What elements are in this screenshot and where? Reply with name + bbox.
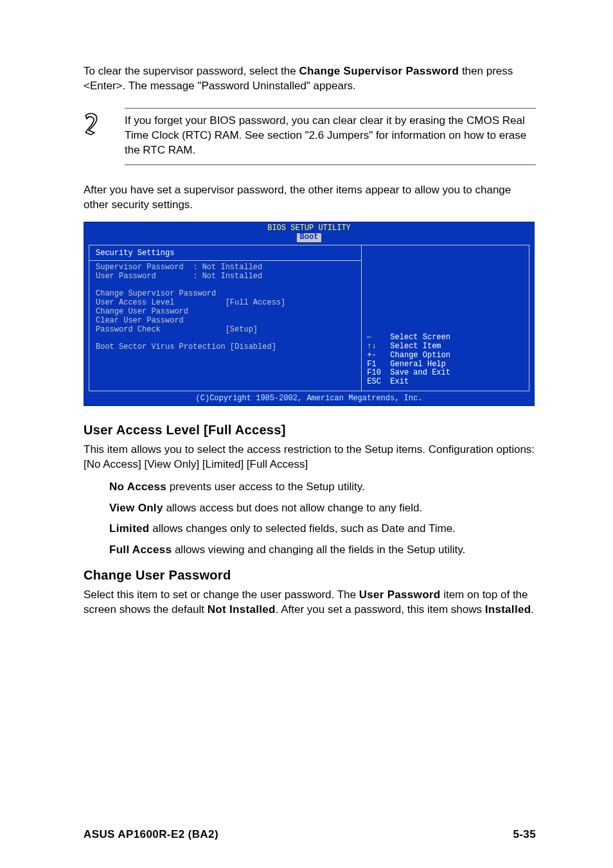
change-user-password-body: Select this item to set or change the us… bbox=[84, 588, 536, 617]
bios-clear-user[interactable]: Clear User Password bbox=[96, 316, 184, 325]
option-full-access-bold: Full Access bbox=[109, 544, 172, 556]
intro-bold: Change Supervisor Password bbox=[299, 65, 459, 77]
intro-pre: To clear the supervisor password, select… bbox=[84, 65, 299, 77]
note-text: If you forget your BIOS password, you ca… bbox=[125, 114, 526, 156]
option-list: No Access prevents user access to the Se… bbox=[84, 480, 536, 558]
bios-copyright: (C)Copyright 1985-2002, American Megatre… bbox=[85, 394, 533, 405]
bios-change-user[interactable]: Change User Password bbox=[96, 307, 188, 316]
option-full-access: Full Access allows viewing and changing … bbox=[109, 543, 536, 558]
cup-b2: Not Installed bbox=[208, 603, 276, 616]
note-body: If you forget your BIOS password, you ca… bbox=[125, 108, 536, 165]
bios-pw-check-value[interactable]: [Setup] bbox=[226, 325, 258, 334]
help-key-4: F1 bbox=[367, 360, 376, 369]
option-no-access: No Access prevents user access to the Se… bbox=[109, 480, 536, 495]
option-limited-text: allows changes only to selected fields, … bbox=[150, 522, 456, 535]
bios-section-head: Security Settings bbox=[89, 248, 361, 261]
bios-change-supervisor[interactable]: Change Supervisor Password bbox=[96, 289, 216, 298]
option-view-only-bold: View Only bbox=[109, 502, 163, 514]
cup-b1: User Password bbox=[359, 589, 441, 601]
bios-boot-sector[interactable]: Boot Sector Virus Protection [Disabled] bbox=[96, 342, 276, 351]
option-no-access-bold: No Access bbox=[109, 481, 166, 493]
footer-right: 5-35 bbox=[513, 828, 536, 842]
option-limited-bold: Limited bbox=[109, 522, 150, 535]
help-text-2: Select Item bbox=[390, 342, 441, 351]
cup-t1: Select this item to set or change the us… bbox=[84, 589, 359, 601]
help-text-6: Exit bbox=[390, 377, 409, 386]
bios-supervisor-label: Supervisor Password bbox=[96, 263, 184, 272]
help-key-3: +- bbox=[367, 351, 376, 360]
bios-pw-check-label[interactable]: Password Check bbox=[96, 325, 161, 334]
help-key-5: F10 bbox=[367, 368, 381, 377]
bios-user-label: User Password bbox=[96, 272, 156, 281]
page-footer: ASUS AP1600R-E2 (BA2) 5-35 bbox=[84, 828, 536, 842]
footer-left: ASUS AP1600R-E2 (BA2) bbox=[84, 828, 218, 842]
help-key-6: ESC bbox=[367, 377, 381, 386]
bios-supervisor-value: : Not Installed bbox=[193, 263, 262, 272]
help-text-1: Select Screen bbox=[390, 333, 450, 342]
bios-right-panel: ← Select Screen ↑↓ Select Item +- Change… bbox=[362, 245, 529, 391]
intro-paragraph: To clear the supervisor password, select… bbox=[84, 64, 536, 94]
bios-help-block: ← Select Screen ↑↓ Select Item +- Change… bbox=[367, 333, 450, 387]
help-key-2: ↑↓ bbox=[367, 342, 376, 351]
option-view-only-text: allows access but does not allow change … bbox=[163, 502, 423, 514]
user-access-level-heading: User Access Level [Full Access] bbox=[84, 421, 536, 439]
user-access-level-body: This item allows you to select the acces… bbox=[84, 443, 536, 472]
bios-screenshot: BIOS SETUP UTILITY Boot Security Setting… bbox=[84, 222, 535, 406]
bios-user-value: : Not Installed bbox=[193, 272, 262, 281]
bios-tab-row: Boot bbox=[85, 233, 533, 243]
cup-b3: Installed bbox=[485, 603, 531, 616]
help-text-4: General Help bbox=[390, 360, 445, 369]
option-no-access-text: prevents user access to the Setup utilit… bbox=[166, 481, 365, 493]
bios-user-access-value[interactable]: [Full Access] bbox=[226, 298, 286, 307]
bios-title: BIOS SETUP UTILITY bbox=[85, 223, 533, 233]
bios-tab-boot[interactable]: Boot bbox=[297, 233, 322, 242]
cup-t4: . bbox=[531, 603, 534, 616]
cup-t3: . After you set a password, this item sh… bbox=[276, 603, 485, 616]
note-icon bbox=[84, 112, 109, 136]
after-password-paragraph: After you have set a supervisor password… bbox=[84, 183, 536, 213]
help-key-1: ← bbox=[367, 333, 371, 342]
option-full-access-text: allows viewing and changing all the fiel… bbox=[172, 544, 465, 556]
bios-left-panel: Security SettingsSupervisor Password : N… bbox=[89, 245, 362, 391]
help-text-3: Change Option bbox=[390, 351, 450, 360]
help-text-5: Save and Exit bbox=[390, 368, 450, 377]
option-limited: Limited allows changes only to selected … bbox=[109, 522, 536, 536]
note-block: If you forget your BIOS password, you ca… bbox=[84, 108, 536, 165]
bios-user-access-label[interactable]: User Access Level bbox=[96, 298, 174, 307]
change-user-password-heading: Change User Password bbox=[84, 567, 536, 584]
option-view-only: View Only allows access but does not all… bbox=[109, 501, 536, 516]
